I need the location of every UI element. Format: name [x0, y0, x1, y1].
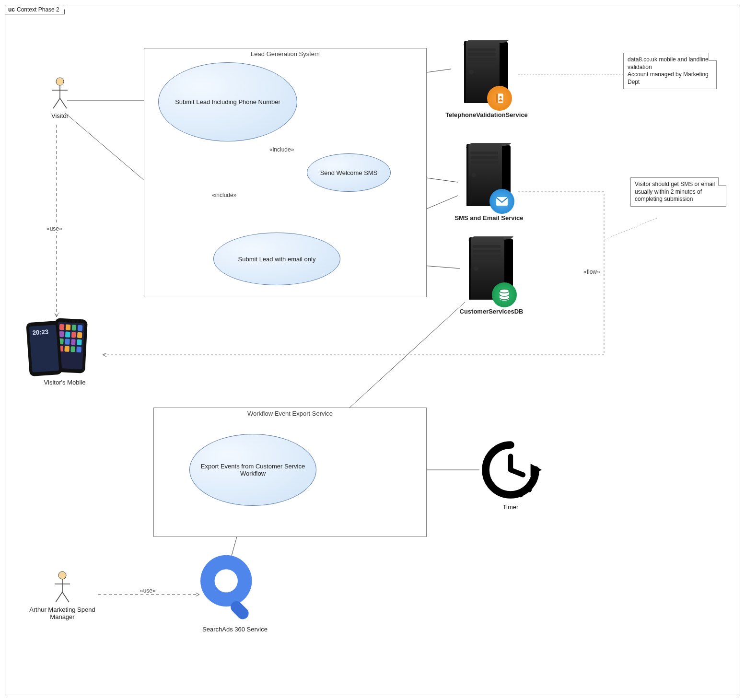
- note-tvs-text: data8.co.uk mobile and landline validati…: [628, 56, 709, 85]
- svg-line-34: [511, 470, 523, 475]
- actor-visitor-label: Visitor: [43, 112, 77, 119]
- database-icon: [492, 282, 517, 307]
- node-telephone-validation-service[interactable]: [455, 41, 508, 108]
- frame-title-tab: uc Context Phase 2: [5, 5, 65, 14]
- svg-point-27: [500, 96, 502, 98]
- actor-arthur-label: Arthur Marketing Spend Manager: [26, 606, 98, 620]
- node-mobile-label: Visitor's Mobile: [29, 379, 101, 386]
- envelope-icon: [489, 189, 514, 214]
- usecase-send-sms[interactable]: Send Welcome SMS: [307, 153, 391, 192]
- note-flow: Visitor should get SMS or email usually …: [630, 177, 726, 207]
- svg-point-20: [58, 572, 66, 579]
- actor-visitor[interactable]: Visitor: [43, 77, 77, 119]
- node-sms-email-service[interactable]: [458, 144, 511, 211]
- usecase-export-events-label: Export Events from Customer Service Work…: [194, 463, 312, 477]
- usecase-send-sms-label: Send Welcome SMS: [320, 169, 378, 176]
- svg-point-37: [518, 492, 523, 497]
- frame-title-prefix: uc: [8, 6, 15, 13]
- svg-point-39: [215, 569, 238, 592]
- node-searchads-label: SearchAds 360 Service: [192, 626, 278, 633]
- svg-line-23: [56, 592, 62, 602]
- note-flow-text: Visitor should get SMS or email usually …: [635, 181, 715, 202]
- svg-point-36: [527, 487, 532, 492]
- svg-line-18: [53, 98, 60, 108]
- node-sms-email-label: SMS and Email Service: [448, 214, 530, 222]
- usecase-export-events[interactable]: Export Events from Customer Service Work…: [189, 434, 316, 506]
- svg-line-19: [60, 98, 67, 108]
- usecase-submit-phone-label: Submit Lead Including Phone Number: [175, 98, 280, 105]
- actor-arthur[interactable]: Arthur Marketing Spend Manager: [26, 571, 98, 620]
- svg-line-24: [62, 592, 69, 602]
- label-use-visitor: «use»: [46, 225, 63, 232]
- node-searchads[interactable]: [199, 554, 264, 625]
- magnifier-icon: [199, 554, 264, 623]
- usecase-submit-phone[interactable]: Submit Lead Including Phone Number: [158, 62, 297, 141]
- node-tvs-label: TelephoneValidationService: [439, 111, 535, 118]
- usecase-submit-email-label: Submit Lead with email only: [238, 256, 316, 263]
- label-flow: «flow»: [582, 268, 601, 275]
- node-customer-services-db[interactable]: [460, 237, 513, 304]
- node-timer[interactable]: [479, 439, 542, 502]
- svg-point-35: [532, 478, 536, 483]
- boundary-workflow-title: Workflow Event Export Service: [154, 410, 426, 417]
- label-include-1: «include»: [268, 146, 295, 153]
- stick-figure-icon: [53, 571, 72, 604]
- contacts-icon: [487, 86, 512, 111]
- node-visitor-mobile[interactable]: 20:23: [28, 319, 100, 376]
- svg-rect-26: [496, 93, 498, 103]
- svg-point-15: [56, 78, 64, 85]
- stick-figure-icon: [50, 77, 70, 110]
- frame-title-text: Context Phase 2: [17, 6, 59, 13]
- note-tvs: data8.co.uk mobile and landline validati…: [623, 53, 717, 89]
- label-include-2: «include»: [211, 192, 237, 198]
- label-use-arthur: «use»: [139, 587, 157, 594]
- mobile-time: 20:23: [32, 328, 48, 336]
- boundary-lead-generation-title: Lead Generation System: [144, 50, 426, 58]
- timer-icon: [479, 439, 542, 501]
- node-csdb-label: CustomerServicesDB: [453, 308, 530, 315]
- node-timer-label: Timer: [491, 503, 530, 511]
- usecase-submit-email[interactable]: Submit Lead with email only: [213, 233, 340, 285]
